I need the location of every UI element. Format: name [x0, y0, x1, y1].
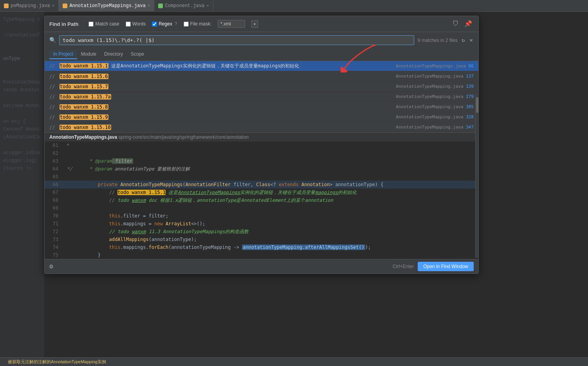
result-item-5[interactable]: // todo wanxm 1.15.9 AnnotationTypeMappi…: [45, 112, 478, 122]
words-checkbox[interactable]: [126, 22, 131, 27]
result-item-6[interactable]: // todo wanxm 1.15.10 AnnotationTypeMapp…: [45, 122, 478, 132]
search-input[interactable]: [59, 35, 414, 45]
close-search-icon[interactable]: ✕: [469, 36, 474, 44]
file-mask-dropdown[interactable]: ▾: [251, 20, 258, 28]
result-text-1: // todo wanxm 1.15.6: [49, 74, 393, 79]
shortcut-hint: Ctrl+Enter: [393, 264, 414, 269]
preview-line-69: 69 this.filter = filter;: [45, 204, 478, 212]
sidebar-line-11: [2, 94, 43, 102]
sidebar-line-17: [2, 141, 43, 149]
find-in-path-dialog: Find in Path Match case Words Regex ? Fi…: [44, 16, 479, 274]
sidebar-line-4: [2, 39, 43, 47]
tab-icon-orange2: [63, 4, 67, 8]
tab-label-component: Component.java: [165, 3, 204, 9]
preview-line-61: 61 *: [45, 141, 478, 149]
regex-help-icon[interactable]: ?: [175, 21, 177, 27]
tab-scope-label: Scope: [131, 51, 144, 57]
find-title: Find in Path: [49, 21, 78, 27]
tab-directory[interactable]: Directory: [100, 50, 127, 59]
result-item-3[interactable]: // todo wanxm 1.15.7a AnnotationTypeMapp…: [45, 92, 478, 102]
tab-scope[interactable]: Scope: [127, 50, 148, 59]
pin-icon[interactable]: 📌: [463, 19, 474, 29]
sidebar-line-10: tends Annotat: [2, 86, 43, 94]
sidebar-line-13: [2, 110, 43, 118]
tab-pemapping[interactable]: peMapping.java ×: [0, 0, 59, 12]
tab-in-project[interactable]: In Project: [49, 50, 77, 59]
preview-line-71: 71 // todo wanxm 11.3 AnnotationTypeMapp…: [45, 220, 478, 228]
words-option[interactable]: Words: [126, 21, 146, 27]
result-file-3: AnnotationTypeMapping.java 279: [396, 94, 474, 99]
preview-line-70: 70 this.mappings = new ArrayList<>();: [45, 212, 478, 220]
sidebar-line-14: on ex) {: [2, 118, 43, 125]
sidebar-line-1: TypeMapping.s: [2, 16, 43, 24]
open-in-find-window-button[interactable]: Open in Find Window: [418, 262, 474, 271]
preview-line-63: 63 * @param annotationType 要被映射的注解: [45, 157, 478, 165]
tab-component[interactable]: Component.java ×: [154, 0, 213, 12]
result-item-0[interactable]: // todo wanxm 1.15.1 这是AnnotationTypeMap…: [45, 61, 478, 71]
tab-directory-label: Directory: [104, 51, 123, 57]
preview-line-74: 74 }: [45, 243, 478, 251]
sidebar-line-16: (AnnotationCo: [2, 133, 43, 141]
match-count: 9 matches in 2 files: [417, 38, 458, 43]
result-text-5: // todo wanxm 1.15.9: [49, 114, 393, 120]
match-case-option[interactable]: Match case: [88, 21, 119, 27]
tab-bar: peMapping.java × AnnotationTypeMappings.…: [0, 0, 588, 12]
gear-icon[interactable]: ⚙: [49, 263, 53, 270]
result-text-6: // todo wanxm 1.15.10: [49, 125, 393, 130]
tab-close-annotationtypemappings[interactable]: ×: [148, 4, 150, 8]
find-header: Find in Path Match case Words Regex ? Fi…: [45, 16, 478, 32]
result-text-4: // todo wanxm 1.15.8: [49, 104, 393, 110]
regex-label: Regex: [159, 21, 172, 27]
match-case-label: Match case: [95, 21, 119, 27]
status-text: 被获取元注解的注解的AnnotationTypeMapping实例: [8, 359, 106, 365]
dialog-bottom: ⚙ Ctrl+Enter Open in Find Window: [45, 259, 478, 274]
preview-line-68: 68: [45, 196, 478, 204]
tab-module[interactable]: Module: [77, 50, 100, 59]
result-file-6: AnnotationTypeMapping.java 347: [396, 125, 474, 130]
file-mask-checkbox[interactable]: [184, 22, 189, 27]
tab-label-annotationtypemappings: AnnotationTypeMappings.java: [69, 3, 145, 9]
results-list[interactable]: // todo wanxm 1.15.1 这是AnnotationTypeMap…: [45, 61, 478, 132]
sidebar-line-2: [2, 24, 43, 31]
tab-icon-orange: [4, 4, 9, 8]
preview-line-75: 75: [45, 251, 478, 259]
sidebar-line-20: (source !=: [2, 165, 43, 172]
result-file-2: AnnotationTypeMapping.java 139: [396, 84, 474, 89]
regex-checkbox[interactable]: [152, 22, 157, 27]
regex-option[interactable]: Regex ?: [152, 21, 177, 27]
file-mask-label: File mask:: [190, 21, 212, 27]
file-path-rest: spring-core/src/main/java/org/springfram…: [118, 134, 249, 140]
tab-close-pemapping[interactable]: ×: [52, 4, 55, 8]
preview-line-67: 67 // todo wanxm doc 根据1.x逻辑链，annotation…: [45, 188, 478, 196]
refresh-icon[interactable]: ↻: [461, 36, 465, 44]
tab-close-component[interactable]: ×: [206, 4, 209, 8]
search-icon: 🔍: [49, 37, 56, 43]
result-item-2[interactable]: // todo wanxm 1.15.7 AnnotationTypeMappi…: [45, 82, 478, 92]
sidebar-line-6: onType: [2, 55, 43, 63]
sidebar-line-8: [2, 71, 43, 78]
preview-line-66: 66 // todo wanxm 1.15.1 这是AnnotationType…: [45, 181, 478, 188]
file-mask-input[interactable]: [218, 20, 245, 28]
sidebar-line-5: [2, 47, 43, 55]
result-item-1[interactable]: // todo wanxm 1.15.6 AnnotationTypeMappi…: [45, 71, 478, 82]
tab-annotationtypemappings[interactable]: AnnotationTypeMappings.java ×: [59, 0, 154, 12]
filter-icon[interactable]: ⛉: [451, 20, 460, 29]
left-sidebar-code-area: TypeMapping.s //annotationT onType Possi…: [0, 12, 44, 366]
sidebar-line-19: eLogger.log(: [2, 157, 43, 165]
preview-line-72: 72 addAllMappings(annotationType);: [45, 228, 478, 236]
preview-line-62: 62 * @param filter: [45, 149, 478, 157]
dialog-scrollbar-thumb[interactable]: [476, 97, 478, 113]
sidebar-line-9: Possible(Dequ: [2, 78, 43, 86]
tab-label-pemapping: peMapping.java: [11, 3, 50, 9]
preview-line-73: 73 this.mappings.forEach(annotationTypeM…: [45, 236, 478, 243]
result-item-4[interactable]: // todo wanxm 1.15.8 AnnotationTypeMappi…: [45, 102, 478, 112]
file-path-name: AnnotationTypeMappings.java: [49, 134, 117, 140]
file-mask-option[interactable]: File mask:: [184, 21, 212, 27]
match-case-checkbox[interactable]: [88, 22, 94, 27]
filter-tabs: In Project Module Directory Scope: [45, 48, 478, 61]
dialog-scrollbar[interactable]: [475, 94, 478, 258]
status-bar: 被获取元注解的注解的AnnotationTypeMapping实例: [0, 357, 588, 366]
sidebar-line-12: ast(new Annot: [2, 102, 43, 110]
sidebar-line-15: tanceof Annot: [2, 125, 43, 133]
tab-in-project-label: In Project: [53, 51, 73, 57]
